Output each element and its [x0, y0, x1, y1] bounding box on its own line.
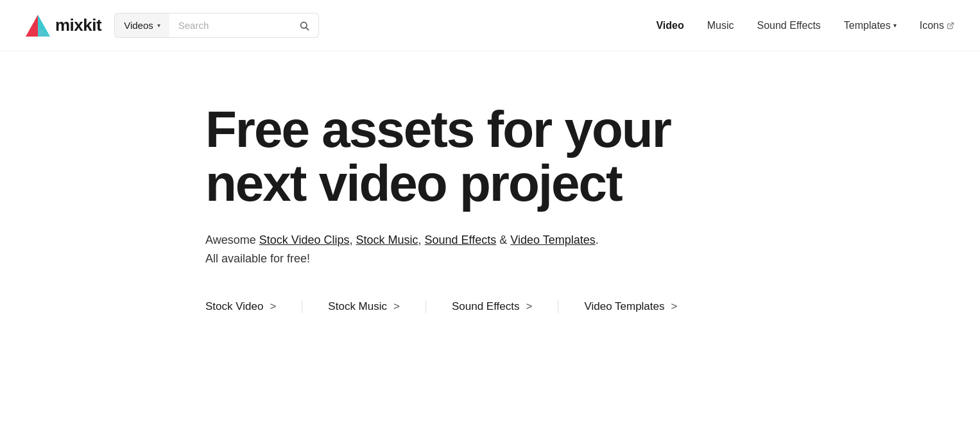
category-link-video-templates[interactable]: Video Templates >: [584, 300, 703, 313]
header-left: mixkit Videos ▾: [26, 13, 319, 38]
category-label-sound-effects: Sound Effects: [452, 300, 520, 313]
arrow-icon-sound-effects: >: [526, 300, 532, 313]
chevron-down-icon: ▾: [157, 22, 160, 29]
logo[interactable]: mixkit: [26, 13, 101, 38]
category-link-sound-effects[interactable]: Sound Effects >: [452, 300, 558, 313]
nav-item-video[interactable]: Video: [656, 20, 683, 31]
external-link-icon: [947, 22, 954, 30]
category-link-stock-music[interactable]: Stock Music >: [328, 300, 426, 313]
subtitle-link-sound-effects[interactable]: Sound Effects: [425, 234, 497, 246]
logo-text: mixkit: [55, 15, 101, 35]
subtitle-link-video-templates[interactable]: Video Templates: [510, 234, 595, 246]
category-label-stock-music: Stock Music: [328, 300, 387, 313]
subtitle-link-stock-music[interactable]: Stock Music: [356, 234, 418, 246]
search-bar: Videos ▾: [114, 13, 319, 38]
hero-subtitle: Awesome Stock Video Clips, Stock Music, …: [205, 231, 954, 268]
hero-title: Free assets for your next video project: [205, 103, 706, 210]
hero-section: Free assets for your next video project …: [0, 51, 980, 352]
arrow-icon-stock-music: >: [393, 300, 400, 313]
svg-marker-0: [26, 14, 38, 36]
search-input[interactable]: [178, 20, 294, 31]
header: mixkit Videos ▾ Video M: [0, 0, 980, 51]
main-nav: Video Music Sound Effects Templates ▾ Ic…: [656, 20, 954, 31]
nav-item-music[interactable]: Music: [707, 20, 734, 31]
search-button[interactable]: [299, 21, 309, 31]
category-label-video-templates: Video Templates: [584, 300, 664, 313]
subtitle-prefix: Awesome: [205, 234, 259, 246]
category-label-stock-video: Stock Video: [205, 300, 263, 313]
hero-content: Free assets for your next video project …: [0, 51, 980, 352]
category-link-stock-video[interactable]: Stock Video >: [205, 300, 302, 313]
arrow-icon-video-templates: >: [671, 300, 678, 313]
svg-line-4: [306, 28, 309, 30]
nav-item-sound-effects[interactable]: Sound Effects: [757, 20, 821, 31]
category-links: Stock Video > Stock Music > Sound Effect…: [205, 300, 954, 313]
search-icon: [299, 21, 309, 31]
search-input-wrapper: [169, 13, 319, 38]
logo-icon: [26, 13, 50, 38]
arrow-icon-stock-video: >: [270, 300, 276, 313]
templates-chevron-icon: ▾: [893, 22, 897, 29]
nav-item-icons[interactable]: Icons: [920, 20, 954, 31]
videos-dropdown[interactable]: Videos ▾: [114, 13, 169, 38]
svg-line-5: [950, 22, 954, 26]
subtitle-link-stock-video[interactable]: Stock Video Clips: [259, 234, 350, 246]
dropdown-label: Videos: [124, 20, 153, 31]
nav-item-templates[interactable]: Templates ▾: [844, 20, 897, 31]
